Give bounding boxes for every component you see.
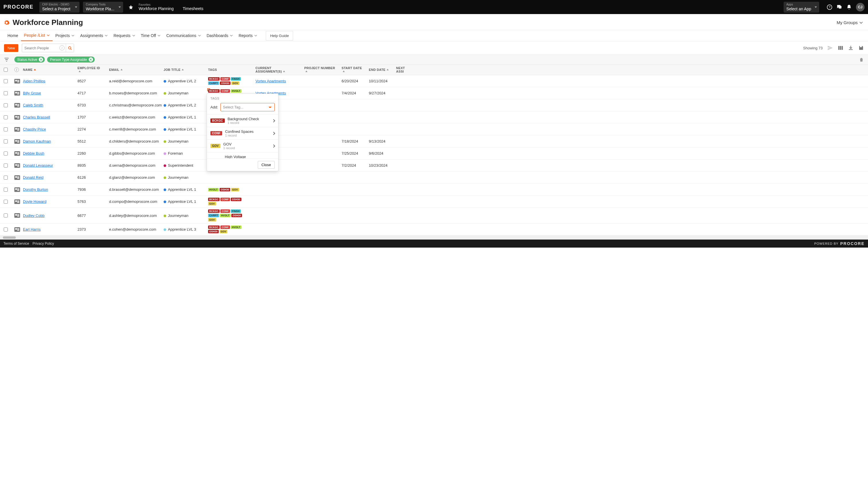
assignment-link[interactable]: Vortex Apartments [255,79,286,83]
company-tools-selector[interactable]: Company Tools Workforce Pla... [83,2,123,12]
person-name-link[interactable]: Chastity Price [23,127,46,131]
row-checkbox[interactable] [4,152,8,156]
chat-icon[interactable] [836,4,842,10]
person-name-link[interactable]: Doyle Howard [23,199,46,204]
search-info-icon[interactable]: i [59,45,65,51]
tab-reports[interactable]: Reports [236,30,260,41]
row-checkbox[interactable] [4,79,8,83]
row-checkbox[interactable] [4,139,8,143]
tags-cell[interactable]: BCKGCCONFHVOLTOSH30GOV [208,226,250,233]
filter-chip-person-type[interactable]: Person Type Assignable ✕ [47,57,95,63]
my-groups-dropdown[interactable]: My Groups [837,20,863,25]
person-card-icon[interactable] [14,175,20,180]
person-name-link[interactable]: Dorothy Burton [23,187,48,192]
person-name-link[interactable]: Billy Grose [23,91,41,95]
column-email[interactable]: EMAIL [106,68,161,71]
popover-tag-item[interactable]: BCKGC Background Check 1 record [207,114,278,127]
project-selector[interactable]: CKF Electric - DEMO Select a Project [39,2,80,12]
row-checkbox[interactable] [4,103,8,107]
person-card-icon[interactable] [14,187,20,192]
tab-communications[interactable]: Communications [163,30,204,41]
row-checkbox[interactable] [4,200,8,204]
tags-cell[interactable]: BCKGCCONFFINSHCARPTHVOLTOSH30GOV [208,209,250,222]
privacy-link[interactable]: Privacy Policy [32,241,54,246]
filter-icon[interactable] [4,57,9,62]
favorites-star-icon[interactable] [128,5,133,10]
column-end-date[interactable]: END DATE [366,68,393,71]
person-card-icon[interactable] [14,213,20,218]
download-icon[interactable] [848,45,854,51]
row-checkbox[interactable] [4,91,8,95]
search-button[interactable] [66,44,74,52]
clear-filters-icon[interactable] [859,57,864,62]
tags-cell[interactable]: BCKGCCONFOSH30GOV [208,198,250,205]
remove-filter-icon[interactable]: ✕ [39,57,43,62]
column-next-assignment[interactable]: NEXT ASSI [393,66,413,73]
column-employee-id[interactable]: EMPLOYEE ID [74,66,106,73]
help-guide-button[interactable]: Help Guide [266,31,293,40]
tab-dashboards[interactable]: Dashboards [204,30,236,41]
person-card-icon[interactable] [14,163,20,168]
person-card-icon[interactable] [14,227,20,232]
column-current-assignments[interactable]: CURRENT ASSIGNMENT(S) [253,66,301,73]
info-icon[interactable]: i [14,67,19,72]
remove-filter-icon[interactable]: ✕ [89,57,93,62]
favorite-link-timesheets[interactable]: Timesheets [183,6,204,11]
popover-tag-item[interactable]: CONF Confined Spaces 1 record [207,127,278,139]
columns-icon[interactable] [838,45,843,51]
column-start-date[interactable]: START DATE [339,66,366,73]
person-name-link[interactable]: Debbie Bush [23,151,44,156]
save-icon[interactable] [858,45,864,51]
person-card-icon[interactable] [14,139,20,144]
person-name-link[interactable]: Charles Brassell [23,115,50,119]
column-job-title[interactable]: JOB TITLE [161,68,205,71]
person-name-link[interactable]: Earl Harris [23,227,40,231]
row-checkbox[interactable] [4,127,8,131]
apps-selector[interactable]: Apps Select an App [784,2,819,12]
new-button[interactable]: New [4,44,19,52]
person-name-link[interactable]: Donald Levasseur [23,163,53,167]
person-name-link[interactable]: Dudley Cobb [23,214,44,218]
row-checkbox[interactable] [4,175,8,180]
close-popover-button[interactable]: Close [258,161,275,169]
terms-link[interactable]: Terms of Service [3,241,29,246]
person-name-link[interactable]: Aiden Phillips [23,79,45,83]
user-avatar[interactable]: CJ [856,3,865,11]
person-name-link[interactable]: Damon Kaufman [23,139,51,143]
tab-timeoff[interactable]: Time Off [138,30,164,41]
person-card-icon[interactable] [14,199,20,204]
column-project-number[interactable]: PROJECT NUMBER [301,66,339,73]
horizontal-scrollbar[interactable] [0,235,868,239]
tab-people[interactable]: People /List [21,30,52,41]
tab-projects[interactable]: Projects [53,30,78,41]
select-tag-dropdown[interactable]: Select Tag... [220,103,275,111]
search-input[interactable] [22,44,59,52]
person-card-icon[interactable] [14,91,20,96]
row-checkbox[interactable] [4,214,8,218]
tags-cell[interactable]: HVOLTOSH30GOV [208,188,250,191]
popover-tag-item[interactable]: GOV GOV 1 record [207,139,278,152]
notifications-icon[interactable] [846,4,852,10]
help-icon[interactable]: ? [827,4,832,10]
row-checkbox[interactable] [4,164,8,167]
tab-assignments[interactable]: Assignments [77,30,111,41]
send-icon[interactable] [827,45,833,51]
scrollbar-thumb[interactable] [3,236,16,239]
person-name-link[interactable]: Donald Reid [23,175,43,180]
popover-tag-item[interactable]: High Voltage [207,152,278,158]
person-card-icon[interactable] [14,79,20,84]
person-card-icon[interactable] [14,151,20,156]
tags-cell[interactable]: BCKGCCONFFINSHCARPTOSH30GOV [208,77,250,85]
select-all-checkbox[interactable] [4,68,8,72]
favorite-link-workforce[interactable]: Workforce Planning [138,6,174,11]
row-checkbox[interactable] [4,188,8,192]
column-tags[interactable]: TAGS [205,68,253,71]
column-name[interactable]: NAME [20,68,74,71]
person-card-icon[interactable] [14,115,20,120]
tab-home[interactable]: Home [5,30,21,41]
person-name-link[interactable]: Caleb Smith [23,103,43,107]
filter-chip-status[interactable]: Status Active ✕ [14,57,45,63]
tab-requests[interactable]: Requests [111,30,138,41]
person-card-icon[interactable] [14,127,20,132]
person-card-icon[interactable] [14,103,20,107]
